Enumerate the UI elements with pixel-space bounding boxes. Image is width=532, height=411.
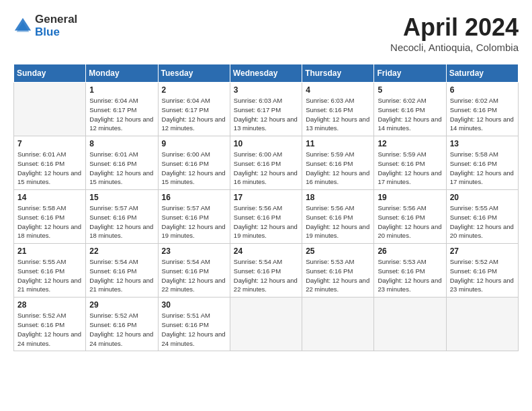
calendar-table: SundayMondayTuesdayWednesdayThursdayFrid… [13,64,519,351]
calendar-cell: 24Sunrise: 5:54 AMSunset: 6:16 PMDayligh… [230,244,302,298]
calendar-cell: 17Sunrise: 5:56 AMSunset: 6:16 PMDayligh… [230,190,302,244]
day-number: 27 [450,246,515,256]
day-info: Sunrise: 5:57 AMSunset: 6:16 PMDaylight:… [89,203,154,240]
calendar-cell: 25Sunrise: 5:53 AMSunset: 6:16 PMDayligh… [302,244,374,298]
day-info: Sunrise: 5:55 AMSunset: 6:16 PMDaylight:… [17,257,82,294]
title-block: April 2024 Necocli, Antioquia, Colombia [390,13,519,53]
calendar-cell: 11Sunrise: 5:59 AMSunset: 6:16 PMDayligh… [302,136,374,190]
day-number: 20 [450,193,515,202]
day-number: 26 [378,246,442,256]
day-number: 25 [306,246,370,256]
day-info: Sunrise: 6:01 AMSunset: 6:16 PMDaylight:… [17,150,82,187]
week-row-3: 14Sunrise: 5:58 AMSunset: 6:16 PMDayligh… [14,190,519,244]
calendar-cell: 20Sunrise: 5:55 AMSunset: 6:16 PMDayligh… [446,190,518,244]
logo-general-label: General [35,13,77,26]
calendar-cell: 16Sunrise: 5:57 AMSunset: 6:16 PMDayligh… [158,190,230,244]
weekday-header-monday: Monday [86,64,158,83]
weekday-header-friday: Friday [374,64,446,83]
calendar-cell: 30Sunrise: 5:51 AMSunset: 6:16 PMDayligh… [158,298,230,351]
day-info: Sunrise: 5:52 AMSunset: 6:16 PMDaylight:… [450,257,515,294]
day-number: 8 [89,139,154,148]
week-row-1: 1Sunrise: 6:04 AMSunset: 6:17 PMDaylight… [14,83,519,136]
calendar-cell [446,298,518,351]
day-number: 17 [234,193,298,202]
day-info: Sunrise: 5:56 AMSunset: 6:16 PMDaylight:… [378,203,442,240]
day-number: 22 [89,246,154,256]
calendar-cell: 23Sunrise: 5:54 AMSunset: 6:16 PMDayligh… [158,244,230,298]
calendar-cell: 3Sunrise: 6:03 AMSunset: 6:17 PMDaylight… [230,83,302,136]
logo-icon [13,17,32,36]
calendar-cell: 18Sunrise: 5:56 AMSunset: 6:16 PMDayligh… [302,190,374,244]
weekday-header-tuesday: Tuesday [158,64,230,83]
logo-blue-label: Blue [35,26,77,39]
day-number: 16 [162,193,226,202]
calendar-cell: 5Sunrise: 6:02 AMSunset: 6:16 PMDaylight… [374,83,446,136]
calendar-cell: 10Sunrise: 6:00 AMSunset: 6:16 PMDayligh… [230,136,302,190]
weekday-header-thursday: Thursday [302,64,374,83]
day-number: 30 [162,300,226,310]
day-number: 13 [450,139,515,148]
day-info: Sunrise: 5:51 AMSunset: 6:16 PMDaylight:… [162,311,226,348]
calendar-cell [374,298,446,351]
calendar-cell: 14Sunrise: 5:58 AMSunset: 6:16 PMDayligh… [14,190,86,244]
calendar-cell: 12Sunrise: 5:59 AMSunset: 6:16 PMDayligh… [374,136,446,190]
calendar-cell: 22Sunrise: 5:54 AMSunset: 6:16 PMDayligh… [86,244,158,298]
day-info: Sunrise: 6:04 AMSunset: 6:17 PMDaylight:… [162,96,226,133]
logo-text: General Blue [35,13,77,38]
calendar-cell [14,83,86,136]
day-info: Sunrise: 5:54 AMSunset: 6:16 PMDaylight:… [89,257,154,294]
calendar-cell: 9Sunrise: 6:00 AMSunset: 6:16 PMDaylight… [158,136,230,190]
calendar-cell: 29Sunrise: 5:52 AMSunset: 6:16 PMDayligh… [86,298,158,351]
day-info: Sunrise: 5:52 AMSunset: 6:16 PMDaylight:… [89,311,154,348]
day-info: Sunrise: 5:52 AMSunset: 6:16 PMDaylight:… [17,311,82,348]
weekday-header-saturday: Saturday [446,64,518,83]
day-info: Sunrise: 5:58 AMSunset: 6:16 PMDaylight:… [450,150,515,187]
day-info: Sunrise: 6:01 AMSunset: 6:16 PMDaylight:… [89,150,154,187]
day-number: 24 [234,246,298,256]
day-info: Sunrise: 6:02 AMSunset: 6:16 PMDaylight:… [450,96,515,133]
day-number: 14 [17,193,82,202]
calendar-cell [302,298,374,351]
day-info: Sunrise: 5:56 AMSunset: 6:16 PMDaylight:… [306,203,370,240]
day-info: Sunrise: 5:59 AMSunset: 6:16 PMDaylight:… [306,150,370,187]
day-number: 7 [17,139,82,148]
day-number: 19 [378,193,442,202]
calendar-cell [230,298,302,351]
day-number: 15 [89,193,154,202]
day-info: Sunrise: 5:53 AMSunset: 6:16 PMDaylight:… [306,257,370,294]
calendar-cell: 13Sunrise: 5:58 AMSunset: 6:16 PMDayligh… [446,136,518,190]
day-info: Sunrise: 5:58 AMSunset: 6:16 PMDaylight:… [17,203,82,240]
day-number: 21 [17,246,82,256]
day-number: 23 [162,246,226,256]
day-number: 4 [306,85,370,95]
day-info: Sunrise: 6:03 AMSunset: 6:17 PMDaylight:… [234,96,298,133]
calendar-cell: 4Sunrise: 6:03 AMSunset: 6:16 PMDaylight… [302,83,374,136]
day-info: Sunrise: 5:54 AMSunset: 6:16 PMDaylight:… [234,257,298,294]
calendar-cell: 7Sunrise: 6:01 AMSunset: 6:16 PMDaylight… [14,136,86,190]
day-info: Sunrise: 6:04 AMSunset: 6:17 PMDaylight:… [89,96,154,133]
day-info: Sunrise: 5:54 AMSunset: 6:16 PMDaylight:… [162,257,226,294]
calendar-cell: 27Sunrise: 5:52 AMSunset: 6:16 PMDayligh… [446,244,518,298]
day-info: Sunrise: 6:00 AMSunset: 6:16 PMDaylight:… [234,150,298,187]
calendar-cell: 8Sunrise: 6:01 AMSunset: 6:16 PMDaylight… [86,136,158,190]
weekday-header-wednesday: Wednesday [230,64,302,83]
day-number: 1 [89,85,154,95]
day-number: 2 [162,85,226,95]
day-number: 3 [234,85,298,95]
calendar-cell: 15Sunrise: 5:57 AMSunset: 6:16 PMDayligh… [86,190,158,244]
day-number: 18 [306,193,370,202]
day-info: Sunrise: 5:53 AMSunset: 6:16 PMDaylight:… [378,257,442,294]
week-row-4: 21Sunrise: 5:55 AMSunset: 6:16 PMDayligh… [14,244,519,298]
calendar-cell: 21Sunrise: 5:55 AMSunset: 6:16 PMDayligh… [14,244,86,298]
day-number: 12 [378,139,442,148]
day-info: Sunrise: 5:59 AMSunset: 6:16 PMDaylight:… [378,150,442,187]
page-header: General Blue April 2024 Necocli, Antioqu… [13,13,519,53]
day-info: Sunrise: 5:57 AMSunset: 6:16 PMDaylight:… [162,203,226,240]
calendar-cell: 2Sunrise: 6:04 AMSunset: 6:17 PMDaylight… [158,83,230,136]
calendar-cell: 6Sunrise: 6:02 AMSunset: 6:16 PMDaylight… [446,83,518,136]
day-info: Sunrise: 5:56 AMSunset: 6:16 PMDaylight:… [234,203,298,240]
day-info: Sunrise: 6:02 AMSunset: 6:16 PMDaylight:… [378,96,442,133]
calendar-cell: 1Sunrise: 6:04 AMSunset: 6:17 PMDaylight… [86,83,158,136]
logo: General Blue [13,13,77,38]
weekday-header-sunday: Sunday [14,64,86,83]
